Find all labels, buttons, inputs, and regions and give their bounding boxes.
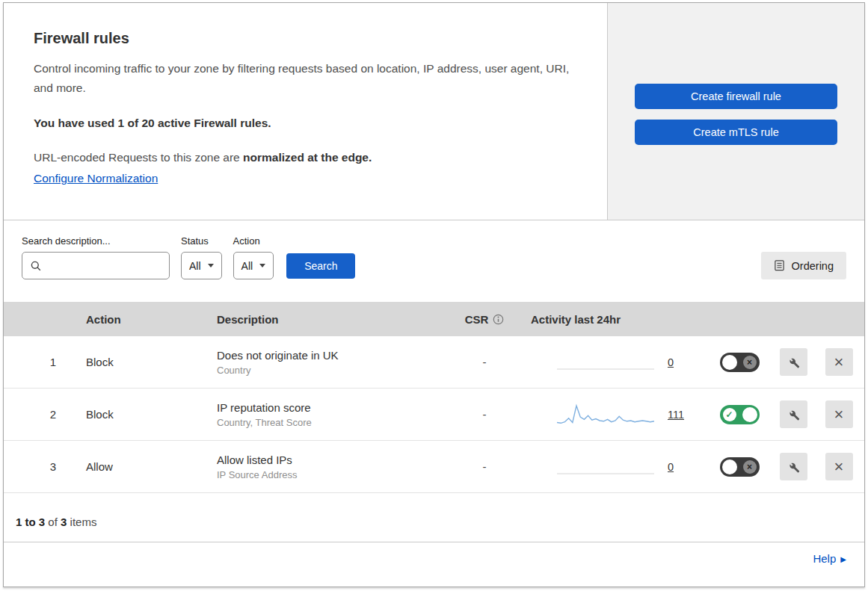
rule-action: Block	[70, 356, 200, 368]
header-csr: CSR	[447, 313, 522, 326]
create-firewall-rule-button[interactable]: Create firewall rule	[635, 84, 837, 109]
rule-fields: Country, Threat Score	[217, 417, 447, 428]
ordering-list-icon	[774, 259, 785, 272]
normalization-note: URL-encoded Requests to this zone are no…	[34, 151, 577, 164]
rules-table: Action Description CSR Activity last 24h…	[4, 302, 864, 493]
firewall-rules-page: Firewall rules Control incoming traffic …	[3, 2, 865, 587]
footer-items: items	[67, 516, 96, 528]
search-icon	[30, 260, 42, 272]
close-icon: ×	[834, 354, 844, 371]
header-activity: Activity last 24hr	[522, 313, 706, 326]
intro-section: Firewall rules Control incoming traffic …	[4, 3, 608, 220]
rule-csr-value: -	[447, 408, 522, 421]
info-icon[interactable]	[493, 314, 504, 325]
normalization-prefix: URL-encoded Requests to this zone are	[34, 151, 243, 164]
chevron-down-icon	[259, 264, 265, 267]
wrench-icon	[787, 408, 800, 421]
status-filter-group: Status All	[181, 235, 222, 279]
header-action: Action	[70, 313, 200, 326]
x-icon: ×	[743, 356, 757, 369]
rule-enabled-toggle[interactable]: ✓ ×	[720, 457, 760, 477]
table-body: 1 Block Does not originate in UK Country…	[4, 336, 864, 493]
table-row: 2 Block IP reputation score Country, Thr…	[4, 389, 864, 441]
delete-rule-button[interactable]: ×	[825, 400, 853, 428]
action-dropdown[interactable]: All	[233, 252, 274, 279]
table-footer: 1 to 3 of 3 items	[4, 493, 864, 542]
rule-description: Allow listed IPs	[217, 454, 447, 466]
rule-activity-cell: 0	[522, 350, 706, 375]
rule-fields: IP Source Address	[217, 469, 447, 480]
rule-number: 1	[4, 356, 70, 368]
rule-fields: Country	[217, 365, 447, 376]
table-header: Action Description CSR Activity last 24h…	[4, 302, 864, 336]
normalization-bold: normalized at the edge.	[243, 151, 372, 164]
delete-rule-button[interactable]: ×	[825, 348, 853, 376]
rule-delete-cell: ×	[813, 453, 864, 480]
activity-count-link[interactable]: 0	[668, 461, 680, 473]
rule-enabled-toggle[interactable]: ✓ ×	[720, 405, 760, 424]
rule-activity-cell: 0	[522, 454, 706, 480]
action-label: Action	[233, 235, 274, 247]
header-description: Description	[200, 313, 447, 326]
ordering-button-label: Ordering	[792, 260, 834, 272]
rule-toggle-cell: ✓ ×	[706, 353, 773, 372]
rule-csr-value: -	[447, 356, 522, 368]
toggle-knob	[742, 407, 757, 422]
activity-sparkline	[557, 350, 654, 375]
status-dropdown-value: All	[189, 260, 201, 272]
check-icon: ✓	[723, 408, 736, 421]
ordering-button[interactable]: Ordering	[761, 252, 846, 279]
activity-sparkline	[557, 454, 654, 480]
rule-description: Does not originate in UK	[217, 349, 447, 362]
toggle-knob	[722, 355, 737, 370]
search-label: Search description...	[22, 235, 170, 247]
close-icon: ×	[834, 459, 844, 475]
search-button[interactable]: Search	[286, 253, 355, 279]
action-dropdown-value: All	[241, 260, 253, 272]
search-field-group: Search description...	[22, 235, 170, 279]
actions-panel: Create firewall rule Create mTLS rule	[608, 3, 864, 220]
rule-description-cell: Does not originate in UK Country	[200, 349, 447, 376]
help-link[interactable]: Help▶	[813, 552, 846, 565]
edit-rule-button[interactable]	[780, 400, 807, 428]
edit-rule-button[interactable]	[780, 453, 807, 480]
status-dropdown[interactable]: All	[181, 252, 222, 279]
wrench-icon	[787, 356, 800, 369]
rule-activity-cell: 111	[522, 402, 706, 427]
rule-action: Block	[70, 408, 200, 421]
rule-edit-cell	[773, 453, 813, 480]
rule-edit-cell	[773, 400, 813, 428]
create-mtls-rule-button[interactable]: Create mTLS rule	[635, 120, 837, 145]
help-link-label: Help	[813, 552, 836, 565]
x-icon: ×	[743, 460, 757, 474]
page-title: Firewall rules	[34, 30, 577, 47]
rule-number: 3	[4, 460, 70, 473]
filters-bar: Search description... Status All Action …	[4, 220, 864, 302]
edit-rule-button[interactable]	[780, 348, 807, 376]
rule-delete-cell: ×	[813, 400, 864, 428]
rule-description: IP reputation score	[217, 401, 447, 414]
activity-sparkline	[557, 402, 654, 427]
rule-edit-cell	[773, 348, 813, 376]
table-row: 3 Allow Allow listed IPs IP Source Addre…	[4, 441, 864, 493]
delete-rule-button[interactable]: ×	[825, 453, 853, 480]
close-icon: ×	[834, 406, 844, 423]
wrench-icon	[787, 460, 800, 474]
search-box[interactable]	[22, 252, 170, 279]
activity-count-link[interactable]: 0	[668, 356, 680, 368]
footer-of: of	[45, 516, 61, 528]
rule-toggle-cell: ✓ ×	[706, 405, 773, 424]
rule-enabled-toggle[interactable]: ✓ ×	[720, 353, 760, 372]
table-row: 1 Block Does not originate in UK Country…	[4, 336, 864, 389]
help-arrow-icon: ▶	[840, 555, 846, 563]
rule-description-cell: IP reputation score Country, Threat Scor…	[200, 401, 447, 428]
rule-delete-cell: ×	[813, 348, 864, 376]
rule-toggle-cell: ✓ ×	[706, 457, 773, 477]
search-input[interactable]	[47, 260, 161, 272]
top-section: Firewall rules Control incoming traffic …	[4, 3, 864, 220]
toggle-knob	[722, 460, 737, 474]
page-description: Control incoming traffic to your zone by…	[34, 59, 577, 97]
configure-normalization-link[interactable]: Configure Normalization	[34, 172, 158, 185]
rule-csr-value: -	[447, 460, 522, 473]
activity-count-link[interactable]: 111	[668, 409, 684, 421]
